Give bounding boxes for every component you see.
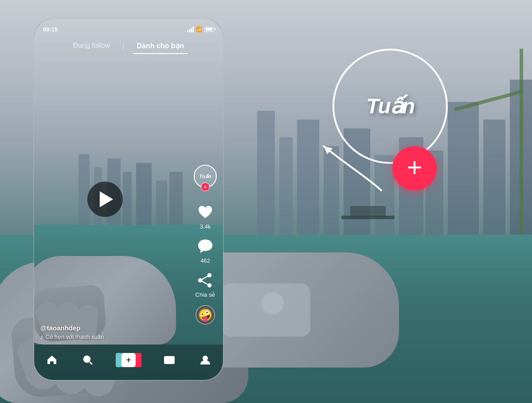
home-icon <box>46 354 58 366</box>
svg-point-0 <box>207 273 212 278</box>
tab-for-you[interactable]: Dành cho bạn <box>133 40 188 54</box>
play-triangle-icon <box>100 191 113 207</box>
nav-profile[interactable] <box>200 354 211 366</box>
phone-frame: 09:15 📶 Đang follow | Dành cho bạn <box>33 18 224 381</box>
status-time: 09:15 <box>43 26 58 33</box>
video-info: @taoanhdep ♪ Có hẹn với thanh xuân <box>40 324 104 340</box>
svg-line-4 <box>202 281 207 285</box>
search-icon <box>82 354 94 366</box>
nav-tabs: Đang follow | Dành cho bạn <box>34 40 223 54</box>
inbox-icon <box>164 354 175 366</box>
large-plus-icon: + <box>407 154 422 181</box>
svg-point-2 <box>207 283 212 288</box>
bottom-nav: + <box>34 345 223 380</box>
like-icon <box>196 203 215 221</box>
tab-following[interactable]: Đang follow <box>70 40 114 54</box>
svg-point-5 <box>84 356 90 362</box>
large-circle-text: Tuấn <box>366 96 414 117</box>
song-info: ♪ Có hẹn với thanh xuân <box>40 333 104 340</box>
avatar-container[interactable]: Tuấn + <box>194 165 217 188</box>
phone-inner: 09:15 📶 Đang follow | Dành cho bạn <box>34 19 223 380</box>
arrow-annotation <box>310 137 390 199</box>
nav-search[interactable] <box>82 354 94 366</box>
svg-line-3 <box>202 276 207 280</box>
username[interactable]: @taoanhdep <box>40 324 104 332</box>
comment-action[interactable]: 462 <box>196 237 215 264</box>
share-icon <box>196 271 215 290</box>
play-button[interactable] <box>87 182 123 217</box>
music-disc: 🤪 <box>196 305 215 325</box>
svg-point-1 <box>198 278 203 283</box>
like-count: 3.4k <box>200 223 211 230</box>
nav-divider: | <box>122 40 124 54</box>
profile-icon <box>200 354 211 366</box>
right-actions: Tuấn + 3.4k <box>194 165 217 325</box>
svg-line-6 <box>90 362 93 365</box>
share-label: Chia sẻ <box>196 291 215 298</box>
nav-add[interactable]: + <box>118 353 139 367</box>
disc-emoji: 🤪 <box>198 308 212 322</box>
add-button[interactable]: + <box>118 353 139 367</box>
song-name: Có hẹn với thanh xuân <box>46 333 104 340</box>
comment-count: 462 <box>200 257 210 264</box>
share-action[interactable]: Chia sẻ <box>196 271 215 298</box>
plus-icon: + <box>203 184 207 190</box>
add-button-white: + <box>121 353 136 367</box>
svg-point-8 <box>203 356 207 360</box>
like-action[interactable]: 3.4k <box>196 203 215 230</box>
avatar-text: Tuấn <box>200 174 211 179</box>
large-follow-button[interactable]: + <box>392 146 437 190</box>
comment-icon <box>196 237 215 256</box>
status-bar: 09:15 📶 <box>34 25 223 34</box>
music-note-icon: ♪ <box>40 333 43 340</box>
battery-icon <box>204 27 214 32</box>
nav-home[interactable] <box>46 354 58 366</box>
follow-plus-button[interactable]: + <box>201 182 210 191</box>
signal-icon <box>187 27 194 32</box>
wifi-icon: 📶 <box>196 27 202 32</box>
add-plus-icon: + <box>126 356 131 364</box>
nav-inbox[interactable] <box>164 354 175 366</box>
status-icons: 📶 <box>187 27 214 32</box>
